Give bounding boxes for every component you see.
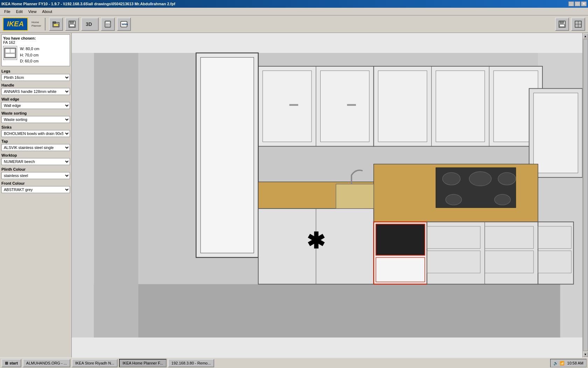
save-button[interactable] [65,18,79,31]
minimize-button[interactable]: _ [568,1,574,6]
tap-select[interactable]: ALSVIK stainless steel single [1,144,70,151]
handle-label: Handle [1,83,70,87]
svg-rect-4 [70,21,74,23]
cabinet-svg [4,47,16,59]
web-icon: www [120,20,128,28]
svg-point-51 [469,172,491,186]
svg-rect-35 [289,104,298,106]
save-right-icon [558,20,566,28]
width-dim: W: 80,0 cm [20,46,39,52]
view3d-icon: 3D [85,20,95,28]
save-icon [68,20,76,28]
svg-text:3D: 3D [86,21,92,27]
scroll-up-button[interactable]: ▲ [583,34,588,39]
viewport[interactable]: ✱ [72,33,582,357]
front-colour-select[interactable]: ABSTRAKT grey ABSTRAKT white ABSTRAKT bl… [1,186,70,193]
start-icon: ⊞ [5,361,8,366]
svg-rect-60 [538,222,573,284]
start-label: start [9,361,18,365]
svg-rect-19 [560,25,565,27]
legs-section: Legs Plinth 16cm Plinth 8cm Legs 8cm [1,69,70,81]
depth-dim: D: 60,0 cm [20,58,39,64]
calculator-button[interactable] [101,18,115,31]
plinth-colour-section: Plinth Colour stainless steel white blac… [1,167,70,179]
svg-rect-61 [376,224,425,255]
taskbar: ⊞ start ALMUHANDS.ORG - ... IKEA Store R… [0,357,588,368]
wall-edge-select[interactable]: Wall edge No wall edge [1,102,70,109]
svg-rect-13 [107,26,108,27]
svg-rect-33 [263,71,312,142]
waste-sorting-label: Waste sorting [1,111,70,115]
svg-marker-29 [94,284,560,338]
svg-rect-58 [427,222,538,284]
toolbar-layout-right[interactable] [571,18,585,31]
handle-select[interactable]: ANNARS handle 128mm white No handle [1,88,70,95]
system-time: 10:58 AM [567,361,583,365]
worktop-label: Worktop [1,153,70,157]
tray-icons: 🔊 📶 [553,361,564,366]
left-panel: You have chosen: FA 162 W: 80,0 cm H: 70… [0,33,72,357]
legs-select[interactable]: Plinth 16cm Plinth 8cm Legs 8cm [1,74,70,81]
plinth-colour-select[interactable]: stainless steel white black [1,172,70,179]
svg-rect-11 [109,24,110,25]
menu-about[interactable]: About [39,9,55,14]
calculator-icon [104,20,112,28]
tap-label: Tap [1,139,70,143]
taskbar-item-ikea-store[interactable]: IKEA Store Riyadh N... [72,359,118,367]
scroll-down-button[interactable]: ▼ [583,352,588,357]
kitchen-3d-view: ✱ [72,33,582,357]
svg-rect-18 [560,21,564,23]
svg-rect-44 [533,93,578,173]
toolbar-save-right[interactable] [555,18,569,31]
svg-rect-5 [70,25,75,27]
chosen-box: You have chosen: FA 162 W: 80,0 cm H: 70… [1,34,70,66]
open-icon [52,20,60,28]
height-dim: H: 70,0 cm [20,52,39,59]
wall-edge-label: Wall edge [1,97,70,101]
svg-rect-63 [336,184,374,209]
svg-point-53 [446,194,462,205]
sinks-section: Sinks BOHOLMEN bowls with drain 90x50 [1,125,70,137]
web-button[interactable]: www [117,18,131,31]
chosen-dims: W: 80,0 cm H: 70,0 cm D: 60,0 cm [3,46,68,64]
menu-edit[interactable]: Edit [13,9,26,14]
maximize-button[interactable]: □ [575,1,580,6]
ikea-logo: IKEA [3,18,28,31]
handle-section: Handle ANNARS handle 128mm white No hand… [1,83,70,95]
close-button[interactable]: ✕ [581,1,587,6]
title-bar-buttons: _ □ ✕ [568,1,587,6]
svg-rect-8 [106,22,110,23]
scroll-track[interactable] [583,39,588,351]
taskbar-tray: 🔊 📶 10:58 AM [550,359,587,367]
toolbar-right [555,18,585,31]
menu-view[interactable]: View [26,9,40,14]
toolbar: IKEA HomePlanner 3D [0,15,588,33]
main-layout: You have chosen: FA 162 W: 80,0 cm H: 70… [0,33,588,357]
taskbar-item-almuhands[interactable]: ALMUHANDS.ORG - ... [23,359,70,367]
svg-rect-41 [436,71,485,142]
worktop-section: Worktop NUMERAR beech NUMERAR oak NUMERA… [1,153,70,165]
taskbar-item-remote[interactable]: 192.168.3.80 - Remo... [168,359,215,367]
menu-file[interactable]: File [1,9,13,14]
taskbar-item-home-planner[interactable]: IKEA Home Planner F... [119,359,167,367]
sinks-select[interactable]: BOHOLMEN bowls with drain 90x50 [1,130,70,137]
waste-sorting-select[interactable]: Waste sorting No waste sorting [1,116,70,123]
svg-rect-12 [106,26,107,27]
title-bar: IKEA Home Planner FY10 - 1.9.7 - \\192.1… [0,0,588,8]
title-text: IKEA Home Planner FY10 - 1.9.7 - \\192.1… [1,2,175,6]
open-button[interactable] [49,18,63,31]
svg-point-50 [442,172,460,185]
cabinet-preview [3,46,17,60]
start-button[interactable]: ⊞ start [1,359,21,367]
layout-icon [574,20,582,28]
svg-rect-62 [376,258,425,282]
svg-rect-25 [5,54,15,57]
svg-rect-9 [106,24,107,25]
viewport-scrollbar: ▲ ▼ [582,33,588,357]
viewport-area: ✱ ▲ ▼ [72,33,588,357]
worktop-select[interactable]: NUMERAR beech NUMERAR oak NUMERAR stainl… [1,158,70,165]
chosen-id: FA 162 [3,40,68,45]
svg-rect-10 [107,24,108,25]
tap-section: Tap ALSVIK stainless steel single [1,139,70,151]
view3d-button[interactable]: 3D [81,18,99,31]
